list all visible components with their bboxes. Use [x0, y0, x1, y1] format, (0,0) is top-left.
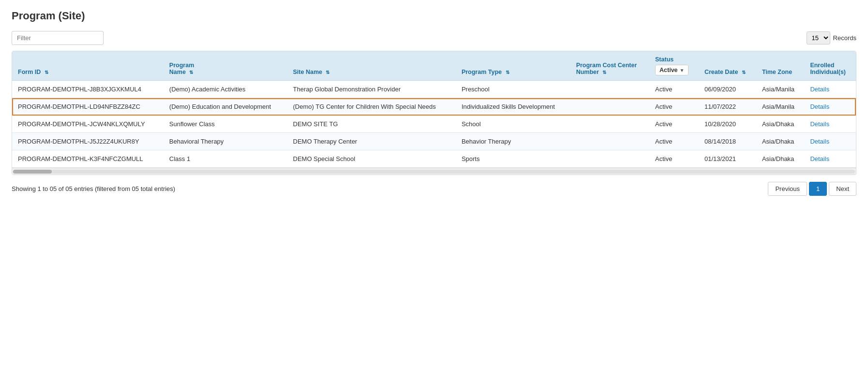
cell-status: Active: [649, 98, 699, 116]
records-per-page-select[interactable]: 15 25 50: [807, 31, 830, 44]
cell-site-name: DEMO SITE TG: [287, 116, 456, 133]
showing-text: Showing 1 to 05 of 05 entries (filtered …: [12, 185, 175, 192]
records-control: 15 25 50 Records: [807, 31, 856, 44]
cell-cost-center: [570, 98, 649, 116]
cell-create-date: 11/07/2022: [699, 98, 756, 116]
cell-program-name: Behavioral Therapy: [164, 133, 287, 150]
sort-icon-site-name[interactable]: ⇅: [326, 70, 329, 75]
details-link[interactable]: Details: [810, 103, 829, 110]
cell-form-id: PROGRAM-DEMOTPHL-J5J22Z4UKUR8Y: [12, 133, 164, 150]
cell-site-name: (Demo) TG Center for Children With Speci…: [287, 98, 456, 116]
cell-create-date: 01/13/2021: [699, 150, 756, 168]
program-table: Form ID ⇅ ProgramName ⇅ Site Name ⇅ Prog…: [12, 51, 856, 168]
cell-enrolled: Details: [804, 98, 856, 116]
cell-form-id: PROGRAM-DEMOTPHL-J8B3XJGXKMUL4: [12, 81, 164, 98]
cell-program-name: Class 1: [164, 150, 287, 168]
sort-icon-form-id[interactable]: ⇅: [45, 70, 48, 75]
cell-form-id: PROGRAM-DEMOTPHL-K3F4NFCZGMULL: [12, 150, 164, 168]
cell-cost-center: [570, 133, 649, 150]
cell-enrolled: Details: [804, 150, 856, 168]
cell-enrolled: Details: [804, 116, 856, 133]
sort-icon-program-name[interactable]: ⇅: [189, 70, 193, 75]
details-link[interactable]: Details: [810, 138, 829, 145]
col-cost-center: Program Cost CenterNumber ⇅: [570, 51, 649, 81]
col-program-type: Program Type ⇅: [456, 51, 570, 81]
cell-time-zone: Asia/Manila: [756, 98, 805, 116]
cell-status: Active: [649, 133, 699, 150]
sort-icon-create-date[interactable]: ⇅: [742, 70, 746, 75]
table-row: PROGRAM-DEMOTPHL-J8B3XJGXKMUL4(Demo) Aca…: [12, 81, 856, 98]
col-site-name: Site Name ⇅: [287, 51, 456, 81]
col-time-zone: Time Zone: [756, 51, 805, 81]
toolbar: 15 25 50 Records: [12, 31, 856, 45]
pagination: Previous 1 Next: [768, 182, 856, 196]
next-button[interactable]: Next: [829, 182, 856, 196]
status-dropdown-value: Active: [659, 67, 678, 73]
col-form-id: Form ID ⇅: [12, 51, 164, 81]
col-status: Status Active ▼: [649, 51, 699, 81]
records-label: Records: [833, 34, 856, 42]
horizontal-scrollbar[interactable]: [12, 168, 856, 175]
cell-form-id: PROGRAM-DEMOTPHL-JCW4NKLXQMULY: [12, 116, 164, 133]
status-filter-dropdown[interactable]: Active ▼: [655, 65, 688, 75]
details-link[interactable]: Details: [810, 86, 829, 93]
header-row: Form ID ⇅ ProgramName ⇅ Site Name ⇅ Prog…: [12, 51, 856, 81]
cell-site-name: DEMO Therapy Center: [287, 133, 456, 150]
cell-create-date: 08/14/2018: [699, 133, 756, 150]
cell-time-zone: Asia/Dhaka: [756, 133, 805, 150]
cell-program-type: Behavior Therapy: [456, 133, 570, 150]
cell-cost-center: [570, 81, 649, 98]
col-create-date: Create Date ⇅: [699, 51, 756, 81]
page-1-button[interactable]: 1: [809, 182, 827, 196]
cell-time-zone: Asia/Dhaka: [756, 150, 805, 168]
cell-form-id: PROGRAM-DEMOTPHL-LD94NFBZZ84ZC: [12, 98, 164, 116]
cell-status: Active: [649, 150, 699, 168]
details-link[interactable]: Details: [810, 120, 829, 128]
cell-program-type: School: [456, 116, 570, 133]
cell-enrolled: Details: [804, 81, 856, 98]
cell-enrolled: Details: [804, 133, 856, 150]
cell-program-type: Individualized Skills Development: [456, 98, 570, 116]
cell-status: Active: [649, 116, 699, 133]
cell-program-name: (Demo) Academic Activities: [164, 81, 287, 98]
page-title: Program (Site): [12, 10, 856, 22]
table-row: PROGRAM-DEMOTPHL-JCW4NKLXQMULYSunflower …: [12, 116, 856, 133]
table-body: PROGRAM-DEMOTPHL-J8B3XJGXKMUL4(Demo) Aca…: [12, 81, 856, 168]
table-row: PROGRAM-DEMOTPHL-J5J22Z4UKUR8YBehavioral…: [12, 133, 856, 150]
col-program-name: ProgramName ⇅: [164, 51, 287, 81]
cell-time-zone: Asia/Dhaka: [756, 116, 805, 133]
table-header: Form ID ⇅ ProgramName ⇅ Site Name ⇅ Prog…: [12, 51, 856, 81]
cell-time-zone: Asia/Manila: [756, 81, 805, 98]
details-link[interactable]: Details: [810, 155, 829, 162]
cell-site-name: Therap Global Demonstration Provider: [287, 81, 456, 98]
chevron-down-icon: ▼: [680, 68, 685, 73]
cell-create-date: 10/28/2020: [699, 116, 756, 133]
cell-status: Active: [649, 81, 699, 98]
filter-input[interactable]: [12, 31, 104, 45]
sort-icon-cost-center[interactable]: ⇅: [602, 70, 606, 75]
footer-bar: Showing 1 to 05 of 05 entries (filtered …: [12, 182, 856, 196]
cell-create-date: 06/09/2020: [699, 81, 756, 98]
table-row: PROGRAM-DEMOTPHL-LD94NFBZZ84ZC(Demo) Edu…: [12, 98, 856, 116]
cell-program-type: Sports: [456, 150, 570, 168]
sort-icon-program-type[interactable]: ⇅: [506, 70, 509, 75]
table-wrapper: Form ID ⇅ ProgramName ⇅ Site Name ⇅ Prog…: [12, 51, 856, 175]
cell-program-name: (Demo) Education and Development: [164, 98, 287, 116]
previous-button[interactable]: Previous: [768, 182, 807, 196]
cell-site-name: DEMO Special School: [287, 150, 456, 168]
col-enrolled: EnrolledIndividual(s): [804, 51, 856, 81]
cell-program-name: Sunflower Class: [164, 116, 287, 133]
cell-program-type: Preschool: [456, 81, 570, 98]
cell-cost-center: [570, 150, 649, 168]
table-row: PROGRAM-DEMOTPHL-K3F4NFCZGMULLClass 1DEM…: [12, 150, 856, 168]
cell-cost-center: [570, 116, 649, 133]
